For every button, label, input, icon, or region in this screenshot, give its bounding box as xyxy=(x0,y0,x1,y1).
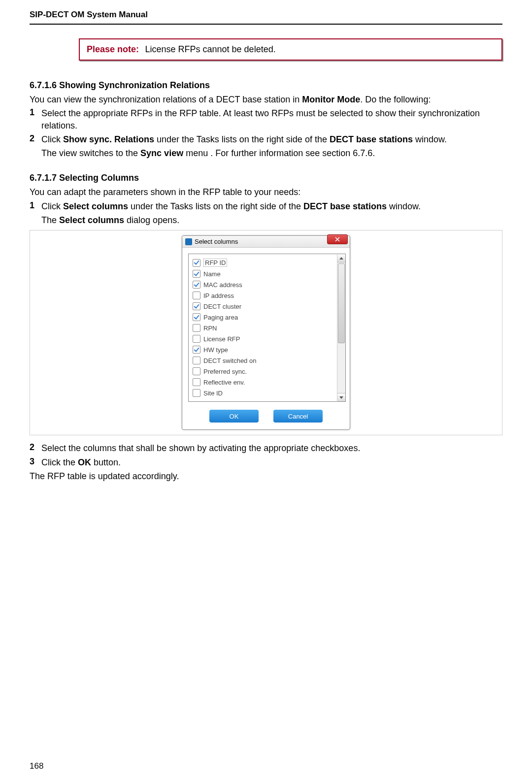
scroll-up-button[interactable] xyxy=(337,254,345,262)
column-option-label: HW type xyxy=(203,346,228,354)
checkbox[interactable] xyxy=(193,302,200,310)
checkbox[interactable] xyxy=(193,281,200,289)
section2-intro: You can adapt the parameters shown in th… xyxy=(30,186,502,198)
column-option[interactable]: DECT switched on xyxy=(189,355,337,366)
column-option-label: RPN xyxy=(203,325,217,332)
column-option-label: RFP ID xyxy=(203,259,227,267)
checkbox[interactable] xyxy=(193,389,200,397)
column-option[interactable]: Preferred sync. xyxy=(189,366,337,377)
column-option-label: Name xyxy=(203,270,221,278)
dialog-titlebar: Select columns xyxy=(182,236,350,248)
checkbox[interactable] xyxy=(193,324,200,332)
column-option[interactable]: Paging area xyxy=(189,312,337,323)
s2-step3: 3 Click the OK button. xyxy=(30,456,502,468)
scroll-down-button[interactable] xyxy=(337,393,345,401)
checkbox[interactable] xyxy=(193,292,200,299)
checkbox[interactable] xyxy=(193,357,200,364)
app-icon xyxy=(185,238,192,245)
header-rule xyxy=(30,24,502,25)
checkbox[interactable] xyxy=(193,259,200,267)
column-option[interactable]: Reflective env. xyxy=(189,377,337,388)
note-box: Please note: License RFPs cannot be dele… xyxy=(79,38,502,61)
column-option[interactable]: DECT cluster xyxy=(189,301,337,312)
section1-intro: You can view the synchronization relatio… xyxy=(30,94,502,105)
s1-step2-cont: The view switches to the Sync view menu … xyxy=(41,147,502,159)
column-option[interactable]: MAC address xyxy=(189,279,337,290)
column-option-label: License RFP xyxy=(203,335,240,343)
s1-step1: 1 Select the appropriate RFPs in the RFP… xyxy=(30,107,502,131)
s2-step2: 2 Select the columns that shall be shown… xyxy=(30,442,502,454)
checkbox[interactable] xyxy=(193,346,200,354)
section-title-2: Selecting Columns xyxy=(59,173,139,183)
note-text: License RFPs cannot be deleted. xyxy=(145,44,276,54)
column-option-label: DECT cluster xyxy=(203,303,241,310)
checkbox[interactable] xyxy=(193,313,200,321)
column-option[interactable]: License RFP xyxy=(189,333,337,344)
note-label: Please note: xyxy=(87,44,139,54)
section-heading-1: 6.7.1.6 Showing Synchronization Relation… xyxy=(30,80,502,91)
dialog-title: Select columns xyxy=(195,238,238,245)
scroll-thumb[interactable] xyxy=(338,263,345,343)
checkbox[interactable] xyxy=(193,378,200,386)
dialog-figure: Select columns RFP IDNameMAC addressIP a… xyxy=(30,230,502,435)
column-option[interactable]: HW type xyxy=(189,344,337,355)
column-option-label: IP address xyxy=(203,292,234,299)
checkbox[interactable] xyxy=(193,335,200,343)
section-number-2: 6.7.1.7 xyxy=(30,173,57,183)
section-number-1: 6.7.1.6 xyxy=(30,80,57,90)
chevron-down-icon xyxy=(339,396,343,399)
close-icon xyxy=(335,237,340,242)
columns-list: RFP IDNameMAC addressIP addressDECT clus… xyxy=(188,254,337,402)
doc-header: SIP-DECT OM System Manual xyxy=(30,10,502,24)
column-option-label: Site ID xyxy=(203,390,223,397)
checkbox[interactable] xyxy=(193,367,200,375)
column-option[interactable]: Name xyxy=(189,268,337,279)
scrollbar[interactable] xyxy=(337,254,346,402)
cancel-button[interactable]: Cancel xyxy=(273,410,323,423)
s2-closing: The RFP table is updated accordingly. xyxy=(30,470,502,482)
s2-step1-cont: The Select columns dialog opens. xyxy=(41,214,502,226)
column-option[interactable]: IP address xyxy=(189,290,337,301)
column-option[interactable]: RFP ID xyxy=(189,257,337,268)
section-heading-2: 6.7.1.7 Selecting Columns xyxy=(30,173,502,183)
column-option[interactable]: Site ID xyxy=(189,388,337,398)
ok-button[interactable]: OK xyxy=(209,410,259,423)
page-number: 168 xyxy=(30,761,43,771)
column-option-label: DECT switched on xyxy=(203,357,256,364)
column-option-label: MAC address xyxy=(203,281,242,289)
column-option-label: Preferred sync. xyxy=(203,368,247,375)
chevron-up-icon xyxy=(339,257,343,260)
select-columns-dialog: Select columns RFP IDNameMAC addressIP a… xyxy=(182,235,350,430)
column-option-label: Paging area xyxy=(203,314,238,321)
s2-step1: 1 Click Select columns under the Tasks l… xyxy=(30,200,502,212)
section-title-1: Showing Synchronization Relations xyxy=(59,80,210,90)
column-option-label: Reflective env. xyxy=(203,379,245,386)
close-button[interactable] xyxy=(327,234,348,244)
s1-step2: 2 Click Show sync. Relations under the T… xyxy=(30,133,502,145)
scroll-track[interactable] xyxy=(337,262,345,393)
column-option[interactable]: RPN xyxy=(189,323,337,333)
checkbox[interactable] xyxy=(193,270,200,278)
